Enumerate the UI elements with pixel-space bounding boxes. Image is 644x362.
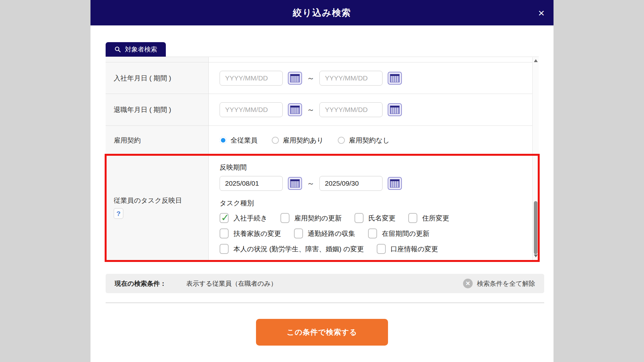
search-with-conditions-button[interactable]: この条件で検索する <box>256 319 388 346</box>
calendar-grid-icon <box>390 74 400 82</box>
checkbox-personal-status[interactable]: 本人の状況 (勤労学生、障害、婚姻) の変更 <box>220 244 364 254</box>
calendar-grid-icon <box>390 179 400 188</box>
table-row-partial <box>106 57 532 62</box>
radio-all-employees[interactable]: 全従業員 <box>220 136 258 145</box>
modal-title: 絞り込み検索 <box>293 7 351 19</box>
calendar-icon[interactable] <box>288 177 302 190</box>
calendar-icon[interactable] <box>288 72 302 85</box>
reflect-period-title: 反映期間 <box>220 163 532 172</box>
table-row-task-reflect-date: 従業員のタスク反映日 ? 反映期間 ～ タスク種別 <box>106 155 532 260</box>
reflect-date-from-input[interactable] <box>220 176 283 191</box>
row-label-task-reflect-date: 従業員のタスク反映日 <box>114 196 182 205</box>
conditions-value: 表示する従業員（在職者のみ） <box>186 279 277 288</box>
checkbox-icon <box>280 213 289 223</box>
employment-contract-radio-group: 全従業員 雇用契約あり 雇用契約なし <box>220 136 390 145</box>
close-icon[interactable]: × <box>538 7 545 18</box>
tab-label: 対象者検索 <box>125 45 157 54</box>
checkbox-contract-renewal[interactable]: 雇用契約の更新 <box>280 213 342 223</box>
filter-search-modal: 絞り込み検索 × 対象者検索 入社年月日 ( 期間 ) ～ <box>90 0 554 362</box>
scrollbar-thumb[interactable] <box>534 201 537 254</box>
calendar-icon[interactable] <box>388 177 402 190</box>
radio-selected-icon <box>220 137 227 144</box>
table-row-hire-date: 入社年月日 ( 期間 ) ～ <box>106 62 532 94</box>
checkbox-commute-route[interactable]: 通勤経路の収集 <box>294 228 355 238</box>
leave-date-from-input[interactable] <box>220 102 283 117</box>
row-label-employment-contract: 雇用契約 <box>106 126 209 154</box>
modal-header: 絞り込み検索 × <box>90 0 554 25</box>
current-conditions-bar: 現在の検索条件： 表示する従業員（在職者のみ） ✕ 検索条件を全て解除 <box>106 274 544 293</box>
hire-date-to-input[interactable] <box>319 71 383 86</box>
table-row-employment-contract: 雇用契約 全従業員 雇用契約あり 雇用契約なし <box>106 126 532 155</box>
conditions-label: 現在の検索条件： <box>115 279 166 288</box>
reflect-date-to-input[interactable] <box>319 176 383 191</box>
help-icon[interactable]: ? <box>114 208 123 219</box>
date-range-separator: ～ <box>307 105 315 115</box>
date-range-separator: ～ <box>307 178 315 189</box>
calendar-icon[interactable] <box>388 103 402 116</box>
clear-all-conditions-button[interactable]: ✕ 検索条件を全て解除 <box>463 279 535 288</box>
checkbox-icon <box>220 244 229 254</box>
table-row-leave-date: 退職年月日 ( 期間 ) ～ <box>106 94 532 126</box>
checkbox-icon <box>408 213 417 223</box>
row-label-hire-date: 入社年月日 ( 期間 ) <box>106 62 209 94</box>
clear-conditions-label: 検索条件を全て解除 <box>477 279 535 288</box>
checkbox-icon <box>294 228 303 238</box>
calendar-grid-icon <box>290 106 300 114</box>
calendar-grid-icon <box>290 179 300 188</box>
checkbox-name-change[interactable]: 氏名変更 <box>355 213 395 223</box>
radio-unselected-icon <box>272 137 279 144</box>
tab-target-search[interactable]: 対象者検索 <box>106 42 166 57</box>
checkbox-icon <box>368 228 377 238</box>
checkbox-icon <box>355 213 364 223</box>
scroll-down-arrow-icon[interactable] <box>534 255 538 257</box>
date-range-separator: ～ <box>307 73 315 83</box>
row-label-leave-date: 退職年月日 ( 期間 ) <box>106 94 209 125</box>
calendar-icon[interactable] <box>288 103 302 116</box>
checkbox-dependents-change[interactable]: 扶養家族の変更 <box>220 228 281 238</box>
search-form-table: 入社年月日 ( 期間 ) ～ 退職年月日 ( 期間 ) ～ <box>106 57 539 260</box>
radio-unselected-icon <box>338 137 345 144</box>
divider <box>106 302 544 303</box>
search-icon <box>114 46 121 53</box>
scroll-up-arrow-icon[interactable] <box>534 59 538 62</box>
calendar-grid-icon <box>390 106 400 114</box>
checkbox-address-change[interactable]: 住所変更 <box>408 213 449 223</box>
radio-without-contract[interactable]: 雇用契約なし <box>338 136 390 145</box>
checkbox-onboarding[interactable]: 入社手続き <box>220 213 268 223</box>
calendar-grid-icon <box>290 74 300 82</box>
task-type-title: タスク種別 <box>220 199 532 208</box>
checkbox-icon <box>377 244 386 254</box>
scrollbar[interactable] <box>532 57 539 260</box>
checkbox-checked-icon <box>220 213 229 223</box>
radio-with-contract[interactable]: 雇用契約あり <box>272 136 324 145</box>
checkbox-bank-account[interactable]: 口座情報の変更 <box>377 244 438 254</box>
hire-date-from-input[interactable] <box>220 71 283 86</box>
checkbox-icon <box>220 228 229 238</box>
checkbox-residence-period[interactable]: 在留期間の更新 <box>368 228 430 238</box>
leave-date-to-input[interactable] <box>319 102 383 117</box>
calendar-icon[interactable] <box>388 72 402 85</box>
clear-circle-x-icon: ✕ <box>463 279 473 288</box>
